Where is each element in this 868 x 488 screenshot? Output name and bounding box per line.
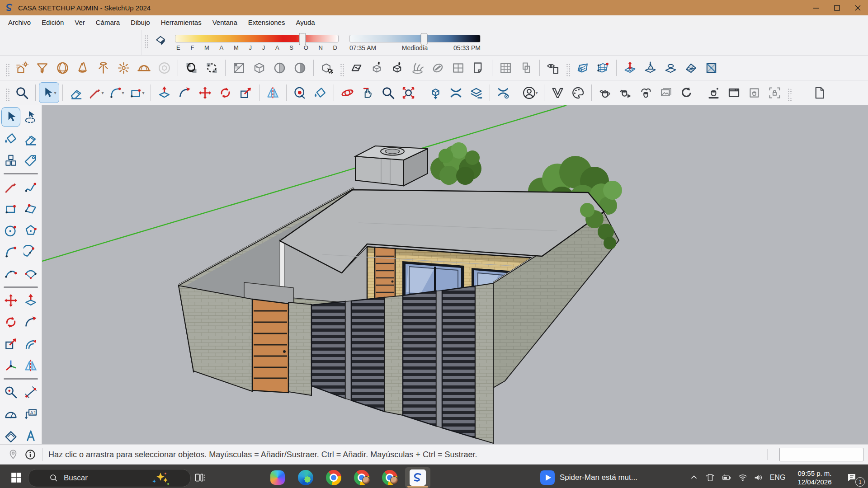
tape-measure-icon[interactable] — [1, 382, 20, 402]
sandbox-from-scratch-icon[interactable] — [593, 57, 613, 78]
notification-center-button[interactable]: 1 — [842, 465, 862, 488]
freehand-tool-icon[interactable] — [21, 177, 40, 197]
circle-tool-icon[interactable] — [1, 221, 20, 240]
offset-icon[interactable] — [21, 334, 40, 354]
sandbox-flip-edge-icon[interactable] — [701, 57, 722, 78]
toolbar-grip[interactable] — [340, 63, 344, 77]
push-pull-icon[interactable] — [21, 291, 40, 310]
omni-light-icon[interactable] — [113, 57, 134, 78]
components-icon[interactable] — [1, 150, 20, 170]
orbit-icon[interactable] — [337, 82, 358, 103]
volume-icon[interactable] — [750, 465, 766, 488]
sandbox-from-contours-icon[interactable] — [572, 57, 593, 78]
checker-sphere-icon[interactable] — [269, 57, 290, 78]
menu-extensiones[interactable]: Extensiones — [243, 15, 291, 30]
three-point-arc-icon[interactable] — [1, 264, 20, 284]
zoom-icon[interactable] — [378, 82, 398, 103]
text-tool-icon[interactable]: A1 — [21, 404, 40, 424]
select-tool-icon[interactable]: ▾ — [39, 82, 59, 103]
media-title[interactable]: Spider-Man está mut... — [560, 465, 637, 488]
search-input[interactable] — [63, 473, 151, 483]
menu-ventana[interactable]: Ventana — [207, 15, 243, 30]
rotate-icon[interactable] — [215, 82, 236, 103]
half-sphere-icon[interactable] — [290, 57, 310, 78]
vfb-window-icon[interactable] — [724, 82, 744, 103]
proxy-import-icon[interactable] — [387, 57, 407, 78]
section-plane-icon[interactable] — [1, 426, 20, 444]
shadow-dialog-button[interactable] — [151, 32, 170, 52]
taskbar-clock[interactable]: 09:55 p. m. 12/04/2026 — [790, 465, 839, 488]
pan-icon[interactable] — [358, 82, 378, 103]
gate-pillar-3[interactable] — [475, 283, 493, 443]
cast-icon[interactable] — [703, 465, 718, 488]
follow-me-icon[interactable] — [21, 312, 40, 332]
paint-bucket-icon[interactable] — [310, 82, 330, 103]
lightgen-icon[interactable] — [12, 57, 32, 78]
sphere-light-icon[interactable] — [52, 57, 73, 78]
frames-icon[interactable] — [516, 57, 536, 78]
sandbox-add-detail-icon[interactable] — [681, 57, 701, 78]
lasso-select-icon[interactable] — [21, 107, 40, 127]
infinite-plane-icon[interactable] — [181, 57, 202, 78]
zoom-tool-icon[interactable] — [12, 82, 32, 103]
toolbar-grip[interactable] — [566, 63, 571, 77]
dropdown-arrow-icon[interactable]: ▾ — [141, 90, 146, 95]
menu-archivo[interactable]: Archivo — [3, 15, 36, 30]
dimensions-icon[interactable] — [21, 382, 40, 402]
menu-ver[interactable]: Ver — [69, 15, 90, 30]
protractor-icon[interactable] — [1, 404, 20, 424]
vray-logo-icon[interactable] — [547, 82, 568, 103]
eraser-icon[interactable] — [21, 129, 40, 149]
maximize-button[interactable] — [826, 0, 847, 15]
sandbox-stamp-icon[interactable] — [640, 57, 660, 78]
paint-bucket-icon[interactable] — [1, 129, 20, 149]
export-layers-icon[interactable] — [466, 82, 486, 103]
account-icon[interactable]: ▾ — [520, 82, 541, 103]
sandbox-drape-icon[interactable] — [660, 57, 681, 78]
arc-from-points-icon[interactable] — [21, 264, 40, 284]
line-tool-icon[interactable]: ▾ — [86, 82, 107, 103]
toolbar-grip[interactable] — [144, 35, 149, 48]
month-slider-track[interactable] — [175, 35, 339, 42]
line-tool-icon[interactable] — [1, 177, 20, 197]
two-point-arc-icon[interactable] — [1, 242, 20, 262]
visibility-eye-icon[interactable] — [543, 57, 563, 78]
tag-icon[interactable] — [21, 150, 40, 170]
menu-ayuda[interactable]: Ayuda — [290, 15, 320, 30]
rectangle-light-icon[interactable] — [32, 57, 52, 78]
dropdown-arrow-icon[interactable]: ▾ — [53, 90, 57, 95]
flatten-icon[interactable] — [446, 82, 466, 103]
vray-fur-icon[interactable] — [407, 57, 428, 78]
proxy-export-icon[interactable] — [367, 57, 387, 78]
scale-icon[interactable] — [236, 82, 256, 103]
dropdown-arrow-icon[interactable]: ▾ — [100, 90, 105, 95]
mesh-light-icon[interactable] — [154, 57, 175, 78]
copilot-button[interactable] — [268, 465, 288, 488]
render-region-icon[interactable] — [744, 82, 764, 103]
render-interactive-icon[interactable] — [615, 82, 636, 103]
dome-light-icon[interactable] — [134, 57, 154, 78]
task-view-button[interactable] — [190, 465, 210, 488]
position-texture-icon[interactable] — [290, 82, 310, 103]
toolbar-grip[interactable] — [788, 88, 792, 102]
geolocation-icon[interactable] — [7, 449, 19, 460]
time-slider-handle[interactable] — [421, 33, 428, 45]
scatter-settings-icon[interactable] — [493, 82, 514, 103]
rotate-icon[interactable] — [1, 312, 20, 332]
render-icon[interactable] — [595, 82, 615, 103]
grid-panel-icon[interactable] — [495, 57, 516, 78]
dropdown-arrow-icon[interactable]: ▾ — [534, 90, 539, 95]
taskbar-search[interactable] — [28, 469, 191, 487]
month-slider-handle[interactable] — [299, 33, 306, 45]
spot-light-icon[interactable] — [73, 57, 93, 78]
dropdown-arrow-icon[interactable]: ▾ — [121, 90, 125, 95]
frame-buffer-icon[interactable] — [656, 82, 676, 103]
flip-tool-icon[interactable] — [21, 356, 40, 375]
move-icon[interactable] — [195, 82, 215, 103]
wifi-icon[interactable] — [735, 465, 750, 488]
vray-decal-icon[interactable] — [428, 57, 448, 78]
start-button[interactable] — [6, 465, 26, 488]
model-canvas[interactable] — [42, 105, 868, 444]
metal-gate-3[interactable] — [403, 291, 436, 426]
menu-herramientas[interactable]: Herramientas — [156, 15, 207, 30]
